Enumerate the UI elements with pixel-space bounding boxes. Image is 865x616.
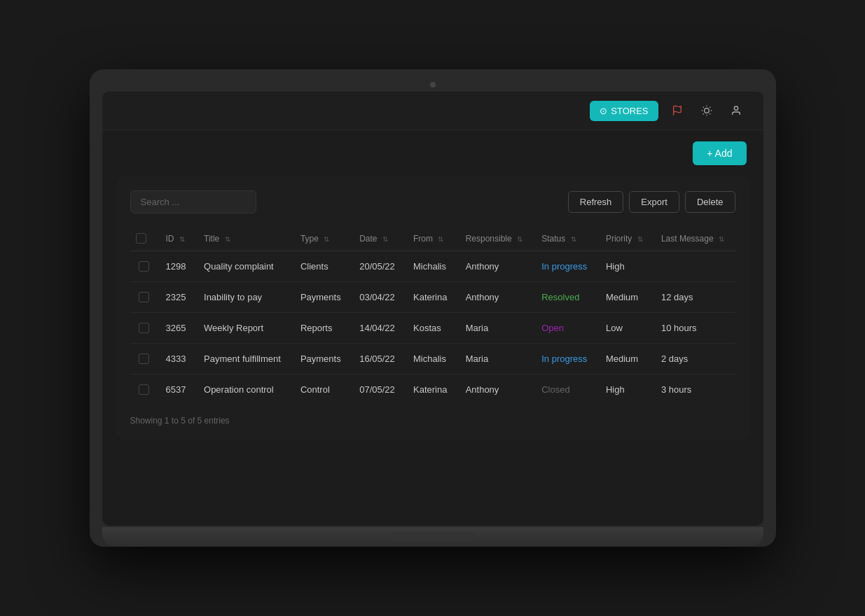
table-row[interactable]: 6537 Operation control Control 07/05/22 … (130, 374, 735, 405)
row-status: Open (533, 313, 597, 344)
theme-icon-button[interactable] (696, 100, 717, 121)
svg-point-1 (704, 108, 709, 113)
sort-date-icon: ⇅ (382, 235, 388, 243)
row-title: Quality complaint (195, 251, 292, 282)
col-status[interactable]: Status ⇅ (533, 226, 597, 251)
col-type[interactable]: Type ⇅ (292, 226, 351, 251)
row-from: Kostas (405, 313, 457, 344)
sort-status-icon: ⇅ (571, 235, 576, 243)
row-checkbox-cell (130, 251, 158, 282)
delete-button[interactable]: Delete (685, 191, 735, 213)
location-icon: ⊙ (600, 106, 607, 116)
trackpad (391, 532, 475, 542)
row-type: Payments (292, 344, 351, 374)
col-date[interactable]: Date ⇅ (351, 226, 405, 251)
row-checkbox[interactable] (139, 384, 149, 395)
col-from[interactable]: From ⇅ (405, 226, 457, 251)
select-all-col (130, 226, 158, 251)
row-last-message: 12 days (653, 282, 735, 313)
row-priority: Medium (597, 282, 653, 313)
row-date: 14/04/22 (351, 313, 405, 344)
row-checkbox[interactable] (139, 323, 149, 333)
col-priority[interactable]: Priority ⇅ (597, 226, 653, 251)
laptop-screen: ⊙ STORES (102, 92, 763, 526)
col-responsible[interactable]: Responsible ⇅ (457, 226, 534, 251)
row-priority: High (597, 374, 653, 405)
table-row[interactable]: 3265 Weekly Report Reports 14/04/22 Kost… (130, 313, 735, 344)
row-date: 03/04/22 (351, 282, 405, 313)
row-checkbox[interactable] (139, 354, 149, 364)
row-checkbox-cell (130, 374, 158, 405)
sort-id-icon: ⇅ (179, 235, 185, 243)
row-checkbox-cell (130, 313, 158, 344)
row-status: Closed (533, 374, 597, 405)
row-status: In progress (533, 344, 597, 374)
row-type: Reports (292, 313, 351, 344)
col-id[interactable]: ID ⇅ (158, 226, 196, 251)
row-title: Weekly Report (195, 313, 292, 344)
table-row[interactable]: 4333 Payment fulfillment Payments 16/05/… (130, 344, 735, 374)
add-button[interactable]: + Add (693, 141, 746, 165)
stores-button[interactable]: ⊙ STORES (590, 101, 658, 121)
stores-label: STORES (611, 106, 648, 116)
user-icon-button[interactable] (726, 100, 747, 121)
row-date: 07/05/22 (351, 374, 405, 405)
svg-point-10 (734, 106, 738, 110)
row-title: Payment fulfillment (195, 344, 292, 374)
toolbar-actions: Refresh Export Delete (568, 191, 735, 213)
row-priority: High (597, 251, 653, 282)
laptop-frame: ⊙ STORES (90, 69, 776, 547)
row-id: 2325 (158, 282, 196, 313)
row-responsible: Anthony (457, 251, 534, 282)
sort-title-icon: ⇅ (225, 235, 230, 243)
row-type: Control (292, 374, 351, 405)
row-last-message: 3 hours (653, 374, 735, 405)
sort-lastmsg-icon: ⇅ (719, 235, 724, 243)
svg-line-9 (710, 107, 710, 108)
row-priority: Medium (597, 344, 653, 374)
row-id: 3265 (158, 313, 196, 344)
row-from: Katerina (405, 374, 457, 405)
export-button[interactable]: Export (629, 191, 679, 213)
sort-priority-icon: ⇅ (637, 235, 643, 243)
sort-from-icon: ⇅ (438, 235, 443, 243)
svg-line-4 (703, 107, 703, 108)
row-checkbox[interactable] (139, 261, 149, 272)
topbar: ⊙ STORES (102, 92, 763, 130)
webcam (430, 82, 436, 88)
row-checkbox-cell (130, 344, 158, 374)
row-responsible: Anthony (457, 374, 534, 405)
row-id: 4333 (158, 344, 196, 374)
row-title: Inability to pay (195, 282, 292, 313)
sort-type-icon: ⇅ (324, 235, 329, 243)
row-last-message (653, 251, 735, 282)
row-date: 20/05/22 (351, 251, 405, 282)
row-id: 6537 (158, 374, 196, 405)
sort-responsible-icon: ⇅ (517, 235, 523, 243)
table-header-row: ID ⇅ Title ⇅ Type ⇅ Date ⇅ From ⇅ Respon… (130, 226, 735, 251)
row-date: 16/05/22 (351, 344, 405, 374)
refresh-button[interactable]: Refresh (568, 191, 624, 213)
row-last-message: 10 hours (653, 313, 735, 344)
row-priority: Low (597, 313, 653, 344)
row-title: Operation control (195, 374, 292, 405)
col-title[interactable]: Title ⇅ (195, 226, 292, 251)
flag-icon-button[interactable] (667, 100, 688, 121)
row-type: Clients (292, 251, 351, 282)
col-last-message[interactable]: Last Message ⇅ (653, 226, 735, 251)
row-id: 1298 (158, 251, 196, 282)
select-all-checkbox[interactable] (136, 233, 146, 244)
table-toolbar: Refresh Export Delete (130, 190, 735, 214)
table-row[interactable]: 1298 Quality complaint Clients 20/05/22 … (130, 251, 735, 282)
row-type: Payments (292, 282, 351, 313)
row-status: Resolved (533, 282, 597, 313)
row-from: Michalis (405, 251, 457, 282)
row-responsible: Maria (457, 344, 534, 374)
table-row[interactable]: 2325 Inability to pay Payments 03/04/22 … (130, 282, 735, 313)
row-from: Katerina (405, 282, 457, 313)
subheader: + Add (102, 130, 763, 176)
svg-line-5 (710, 113, 710, 114)
row-responsible: Maria (457, 313, 534, 344)
row-checkbox[interactable] (139, 292, 149, 302)
search-input[interactable] (130, 190, 256, 214)
